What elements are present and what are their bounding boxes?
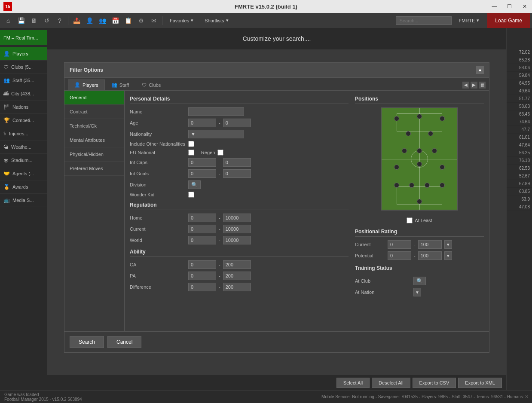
current-rating-to[interactable] bbox=[418, 240, 442, 249]
ca-from[interactable] bbox=[188, 260, 216, 269]
difference-row: Difference - bbox=[130, 283, 349, 291]
filter-nav-general[interactable]: General bbox=[64, 91, 124, 105]
int-goals-from[interactable] bbox=[188, 169, 216, 178]
difference-from[interactable] bbox=[188, 283, 216, 291]
current-rep-from[interactable] bbox=[188, 225, 216, 233]
sidebar-item-staff-label: Staff (35... bbox=[12, 78, 34, 83]
injuries-icon: ⚕ bbox=[3, 131, 6, 137]
calendar-icon[interactable]: 📅 bbox=[109, 15, 121, 27]
email-icon[interactable]: ✉ bbox=[148, 15, 160, 27]
eu-national-checkbox[interactable] bbox=[188, 150, 194, 156]
int-caps-to[interactable] bbox=[223, 158, 251, 167]
filter-nav-mental[interactable]: Mental Attributes bbox=[64, 133, 124, 147]
filter-nav-moves[interactable]: Prefered Moves bbox=[64, 162, 124, 176]
potential-rating-from[interactable] bbox=[388, 251, 411, 260]
name-label: Name bbox=[130, 109, 186, 114]
home-rep-to[interactable] bbox=[223, 214, 251, 222]
settings-icon[interactable]: ⚙ bbox=[135, 15, 147, 27]
ca-to[interactable] bbox=[223, 260, 251, 269]
refresh-icon[interactable]: ↺ bbox=[41, 15, 53, 27]
tab-clubs[interactable]: 🛡 Clubs bbox=[135, 79, 167, 90]
at-least-checkbox[interactable] bbox=[407, 217, 413, 223]
sidebar-item-injuries[interactable]: ⚕ Injuries... bbox=[0, 127, 47, 140]
filter-nav-contract[interactable]: Contract bbox=[64, 105, 124, 119]
search-button[interactable]: Search bbox=[70, 336, 104, 348]
at-nation-dropdown[interactable]: ▼ bbox=[413, 288, 421, 296]
sidebar-item-stadiums[interactable]: 🏟 Stadium... bbox=[0, 154, 47, 167]
sidebar-item-agents[interactable]: 🤝 Agents (... bbox=[0, 167, 47, 180]
home-rep-from[interactable] bbox=[188, 214, 216, 222]
maximize-button[interactable]: ☐ bbox=[502, 0, 517, 13]
age-to-input[interactable] bbox=[223, 119, 251, 127]
close-button[interactable]: ✕ bbox=[517, 0, 532, 13]
sidebar-item-players[interactable]: 👤 Players bbox=[0, 47, 47, 61]
tab-players[interactable]: 👤 Players bbox=[68, 79, 105, 90]
wonder-kid-checkbox[interactable] bbox=[188, 192, 194, 198]
current-rating-arrow[interactable]: ▼ bbox=[444, 240, 452, 249]
sidebar-item-city[interactable]: 🏙 City (438... bbox=[0, 87, 47, 101]
pa-to[interactable] bbox=[223, 272, 251, 280]
shortlists-menu[interactable]: Shortlists ▾ bbox=[199, 16, 233, 25]
person-icon[interactable]: 👤 bbox=[83, 15, 95, 27]
include-nationalities-checkbox[interactable] bbox=[188, 141, 194, 147]
sidebar-item-competitions[interactable]: 🏆 Competi... bbox=[0, 114, 47, 127]
eu-national-label: EU National bbox=[130, 150, 186, 155]
customize-text: Customize your search.... bbox=[243, 35, 311, 42]
age-from-input[interactable] bbox=[188, 119, 216, 127]
sidebar-item-awards[interactable]: 🏅 Awards bbox=[0, 180, 47, 194]
current-rating-from[interactable] bbox=[388, 240, 411, 249]
name-input[interactable] bbox=[188, 107, 244, 116]
num-10: 47.7 bbox=[507, 126, 532, 134]
minimize-button[interactable]: — bbox=[487, 0, 502, 13]
world-rep-from[interactable] bbox=[188, 236, 216, 244]
sidebar-item-media[interactable]: 📺 Media S... bbox=[0, 194, 47, 207]
pa-from[interactable] bbox=[188, 272, 216, 280]
save-icon[interactable]: 💾 bbox=[15, 15, 27, 27]
cancel-button[interactable]: Cancel bbox=[107, 336, 141, 348]
fmrte-menu[interactable]: FMRTE ▾ bbox=[454, 16, 485, 25]
potential-rating-to[interactable] bbox=[418, 251, 442, 260]
nationality-dropdown[interactable]: ▼ bbox=[188, 130, 244, 138]
filter-nav-physical[interactable]: Physical/Hidden bbox=[64, 147, 124, 162]
num-16: 52.67 bbox=[507, 172, 532, 180]
clubs-tab-label: Clubs bbox=[149, 82, 161, 88]
search-input[interactable] bbox=[396, 16, 452, 25]
at-nation-label: At Nation bbox=[355, 290, 411, 295]
people-icon[interactable]: 👥 bbox=[96, 15, 108, 27]
export-icon[interactable]: 📤 bbox=[70, 15, 83, 27]
filter-sidebar: General Contract Technical/Gk Mental Att… bbox=[64, 91, 125, 331]
world-rep-to[interactable] bbox=[223, 236, 251, 244]
regen-checkbox[interactable] bbox=[217, 150, 223, 156]
positions-title: Positions bbox=[355, 96, 484, 104]
at-club-search-button[interactable]: 🔍 bbox=[413, 277, 426, 285]
filter-close-button[interactable]: ● bbox=[476, 66, 484, 74]
help-icon[interactable]: ? bbox=[54, 15, 66, 27]
int-caps-from[interactable] bbox=[188, 158, 216, 167]
potential-rating-arrow[interactable]: ▼ bbox=[444, 251, 452, 260]
menubar: ⌂ 💾 🖥 ↺ ? 📤 👤 👥 📅 📋 ⚙ ✉ Favorites ▾ Shor… bbox=[0, 13, 532, 28]
filter-nav-technical[interactable]: Technical/Gk bbox=[64, 119, 124, 133]
home-icon[interactable]: ⌂ bbox=[2, 15, 14, 27]
select-all-button[interactable]: Select All bbox=[336, 378, 370, 388]
monitor-icon[interactable]: 🖥 bbox=[28, 15, 40, 27]
name-row: Name bbox=[130, 107, 349, 116]
sidebar-item-staff[interactable]: 👥 Staff (35... bbox=[0, 74, 47, 87]
sidebar-item-nations[interactable]: 🏴 Nations bbox=[0, 101, 47, 114]
sidebar-item-weather[interactable]: 🌤 Weathe... bbox=[0, 140, 47, 154]
int-goals-to[interactable] bbox=[223, 169, 251, 178]
deselect-all-button[interactable]: Deselect All bbox=[372, 378, 410, 388]
tab-nav-prev[interactable]: ◀ bbox=[462, 82, 469, 89]
difference-to[interactable] bbox=[223, 283, 251, 291]
load-game-button[interactable]: Load Game bbox=[487, 13, 530, 28]
tab-nav-grid[interactable]: ▦ bbox=[479, 82, 486, 89]
tab-staff[interactable]: 👥 Staff bbox=[105, 79, 135, 90]
soccer-field[interactable] bbox=[381, 107, 458, 211]
current-rep-to[interactable] bbox=[223, 225, 251, 233]
tab-nav-next[interactable]: ▶ bbox=[471, 82, 477, 89]
division-search-button[interactable]: 🔍 bbox=[188, 180, 201, 189]
export-csv-button[interactable]: Export to CSV bbox=[413, 378, 456, 388]
sidebar-item-clubs[interactable]: 🛡 Clubs (5... bbox=[0, 61, 47, 74]
export-xml-button[interactable]: Export to XML bbox=[458, 378, 502, 388]
clipboard-icon[interactable]: 📋 bbox=[122, 15, 134, 27]
favorites-menu[interactable]: Favorites ▾ bbox=[165, 16, 199, 25]
